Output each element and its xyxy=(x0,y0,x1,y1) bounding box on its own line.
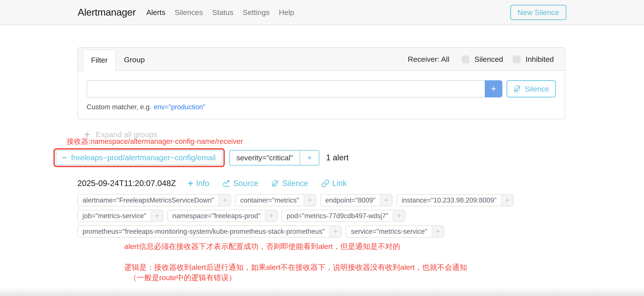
alert-label-text: job="metrics-service" xyxy=(78,210,151,222)
main-nav: AlertsSilencesStatusSettingsHelp xyxy=(146,8,304,17)
alert-label-chip: namespace="freeleaps-prod" + xyxy=(168,210,277,222)
annotation-highlight-box: − freeleaps−prod/alertmanager−config/ema… xyxy=(54,148,225,167)
new-silence-button[interactable]: New Silence xyxy=(510,5,566,20)
checkbox-group: Inhibited xyxy=(513,55,554,64)
checkbox-label: Silenced xyxy=(474,55,503,64)
group-receiver-button[interactable]: − freeleaps−prod/alertmanager−config/ema… xyxy=(56,150,222,165)
filter-card-header: Filter Group Receiver: All Silenced Inhi… xyxy=(78,48,565,71)
add-label-filter-button[interactable]: + xyxy=(219,194,230,206)
annotation-logic-note-line1: 逻辑是：接收器收到alert后进行通知，如果alert不在接收器下，说明接收器没… xyxy=(124,262,467,272)
add-label-filter-button[interactable]: + xyxy=(304,194,316,206)
alert-action-button[interactable]: Silence xyxy=(271,179,308,188)
annotation-receiver-note: 接收器:namespace/altermanager-config-name/r… xyxy=(67,136,243,146)
add-label-filter-button[interactable]: + xyxy=(265,210,277,222)
alert-label-chip: instance="10.233.98.209:8009" + xyxy=(396,194,513,206)
alert-header-row: 2025-09-24T11:20:07.048Z + Info Source S… xyxy=(78,177,360,190)
alert-action-button[interactable]: + Info xyxy=(188,179,210,188)
nav-item[interactable]: Status xyxy=(212,8,233,17)
link-icon xyxy=(321,179,330,188)
checkbox[interactable] xyxy=(462,56,470,63)
nav-item[interactable]: Alerts xyxy=(146,8,166,17)
add-matcher-button[interactable]: + xyxy=(485,80,502,98)
alert-label-chip: endpoint="8009" + xyxy=(320,194,392,206)
tab-group[interactable]: Group xyxy=(116,49,153,70)
tab-filter[interactable]: Filter xyxy=(83,50,116,71)
alert-label-text: prometheus="freeleaps-monitoring-system/… xyxy=(78,226,329,237)
state-checkboxes: Silenced Inhibited xyxy=(462,55,554,64)
matcher-input[interactable] xyxy=(87,80,485,98)
alert-timestamp: 2025-09-24T11:20:07.048Z xyxy=(78,179,176,188)
add-label-filter-button[interactable]: + xyxy=(151,210,163,222)
bell-slash-icon xyxy=(513,85,522,93)
nav-item[interactable]: Settings xyxy=(242,8,270,17)
alert-count: 1 alert xyxy=(326,153,348,162)
checkbox-group: Silenced xyxy=(462,55,503,64)
alert-action-label: Link xyxy=(332,179,347,188)
alert-label-chip: alertname="FreeleapsMetricsServiceDown" … xyxy=(78,194,231,206)
alert-label-text: instance="10.233.98.209:8009" xyxy=(397,194,501,206)
add-label-filter-button[interactable]: + xyxy=(393,210,405,222)
checkbox[interactable] xyxy=(513,56,520,63)
receiver-filter[interactable]: Receiver: All xyxy=(408,55,449,64)
minus-icon: − xyxy=(62,154,67,162)
plus-icon: + xyxy=(188,179,193,188)
alert-label-text: namespace="freeleaps-prod" xyxy=(168,210,265,222)
nav-item[interactable]: Help xyxy=(279,8,294,17)
add-label-filter-button[interactable]: + xyxy=(380,194,392,206)
annotation-alert-note: alert信息必须在接收器下才表示配置成功，否则即使能看到alert，但是通知是… xyxy=(124,242,400,252)
group-receiver-label: freeleaps−prod/alertmanager−config/email xyxy=(71,153,216,162)
add-label-filter-button[interactable]: + xyxy=(501,194,513,206)
group-matcher-chip: severity="critical" + xyxy=(229,150,319,166)
add-group-matcher-button[interactable]: + xyxy=(300,151,319,165)
alert-label-text: container="metrics" xyxy=(236,194,304,206)
silence-button[interactable]: Silence xyxy=(506,80,556,98)
filter-card-body: + Silence Custom matcher, e.g.env="produ… xyxy=(78,71,565,111)
alert-label-text: alertname="FreeleapsMetricsServiceDown" xyxy=(78,194,219,206)
silence-button-label: Silence xyxy=(524,85,549,93)
alert-action-label: Info xyxy=(196,179,209,188)
group-matcher-label: severity="critical" xyxy=(230,151,300,165)
alert-action-button[interactable]: Link xyxy=(321,179,347,188)
add-label-filter-button[interactable]: + xyxy=(432,226,444,237)
alert-label-chip: container="metrics" + xyxy=(235,194,316,206)
alert-actions: + Info Source Silence Link xyxy=(188,179,360,188)
alert-label-chip: job="metrics-service" + xyxy=(78,210,163,222)
app-brand[interactable]: Alertmanager xyxy=(78,6,136,18)
alert-label-chip: service="metrics-service" + xyxy=(346,226,444,238)
alert-group-row: − freeleaps−prod/alertmanager−config/ema… xyxy=(54,148,348,167)
top-navbar: Alertmanager AlertsSilencesStatusSetting… xyxy=(0,0,644,25)
alert-label-text: endpoint="8009" xyxy=(321,194,380,206)
matcher-hint: Custom matcher, e.g.env="production" xyxy=(87,103,556,111)
chart-icon xyxy=(222,179,230,188)
alert-label-text: service="metrics-service" xyxy=(346,226,432,237)
alert-label-text: pod="metrics-77d9cdb497-wdsj7" xyxy=(282,210,393,222)
checkbox-label: Inhibited xyxy=(526,55,554,64)
nav-item[interactable]: Silences xyxy=(175,8,203,17)
alert-label-chip: prometheus="freeleaps-monitoring-system/… xyxy=(78,226,342,238)
alert-label-chip: pod="metrics-77d9cdb497-wdsj7" + xyxy=(282,210,405,222)
bell-slash-icon xyxy=(271,179,279,188)
alert-action-button[interactable]: Source xyxy=(222,179,258,188)
matcher-example-link[interactable]: env="production" xyxy=(154,103,206,111)
alert-labels: alertname="FreeleapsMetricsServiceDown" … xyxy=(78,194,568,238)
hint-prefix: Custom matcher, e.g. xyxy=(87,103,152,111)
filter-card: Filter Group Receiver: All Silenced Inhi… xyxy=(78,47,565,119)
annotation-logic-note-line2: （一般是route中的逻辑有错误） xyxy=(129,273,236,283)
bottom-edge-shadow xyxy=(0,287,644,296)
add-label-filter-button[interactable]: + xyxy=(329,226,341,237)
alert-action-label: Source xyxy=(233,179,258,188)
alert-action-label: Silence xyxy=(282,179,308,188)
